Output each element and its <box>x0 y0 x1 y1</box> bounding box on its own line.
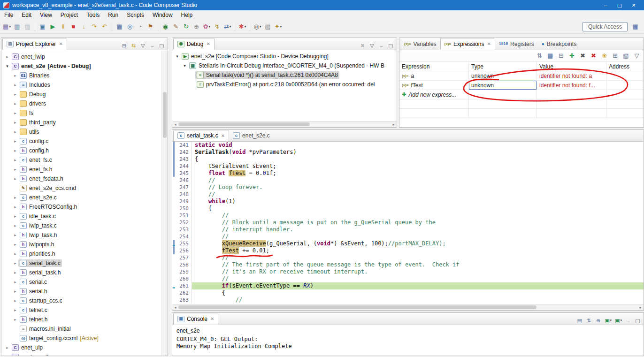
code-text[interactable]: // it's an RX or receive timeout interru… <box>192 268 644 275</box>
expand-arrow-icon[interactable]: ▸ <box>12 120 18 125</box>
add-expression-icon[interactable]: ✚ <box>567 51 577 61</box>
expand-arrow-icon[interactable]: ▸ <box>12 111 18 115</box>
tab-breakpoints[interactable]: ● Breakpoints <box>538 38 580 50</box>
expand-arrow-icon[interactable]: ▾ <box>182 63 188 68</box>
menu-project[interactable]: Project <box>56 11 82 19</box>
line-number[interactable]: 243 <box>177 156 192 163</box>
menu-tools[interactable]: Tools <box>82 11 104 19</box>
editor-gutter-262[interactable] <box>172 289 177 296</box>
expression-value-cell[interactable]: identifier not found: f... <box>537 81 606 90</box>
console-view-icon[interactable]: ▣ <box>38 22 47 32</box>
scrollbar-thumb[interactable] <box>178 122 310 126</box>
expand-arrow-icon[interactable]: ▸ <box>12 317 18 322</box>
editor-gutter-250[interactable] <box>172 205 177 212</box>
line-number[interactable]: 242 <box>177 149 192 156</box>
code-text[interactable]: // <box>192 191 644 198</box>
view-menu-icon[interactable]: ▽ <box>368 41 376 50</box>
expand-arrow-icon[interactable]: ▸ <box>12 214 18 219</box>
code-text[interactable]: { <box>192 205 644 212</box>
collapse-all-icon[interactable]: ⊟ <box>556 51 566 61</box>
line-number[interactable]: 262 <box>177 289 192 296</box>
close-icon[interactable]: ✕ <box>206 41 210 46</box>
tree-item-debug[interactable]: ▸Debug <box>1 90 161 99</box>
step-return-icon[interactable]: ↶ <box>100 22 109 32</box>
expand-arrow-icon[interactable]: ▸ <box>12 270 18 275</box>
tree-item-lwip-task-h[interactable]: ▸hlwip_task.h <box>1 230 161 240</box>
editor-gutter-251[interactable] <box>172 212 177 219</box>
restart-icon[interactable]: ↻ <box>181 22 191 32</box>
view-grid-icon[interactable]: ▦ <box>115 22 124 32</box>
code-text[interactable]: tSerialEvent sEvent; <box>192 163 644 170</box>
line-number[interactable]: 251 <box>177 212 192 219</box>
code-text[interactable]: // <box>192 275 644 282</box>
tree-item-serial-h[interactable]: ▸hserial.h <box>1 287 161 296</box>
step-filters-icon[interactable]: ✿▾ <box>202 22 212 32</box>
expand-arrow-icon[interactable]: ▾ <box>174 54 180 59</box>
tree-item-enet-s2e-ccs-cmd[interactable]: ✎enet_s2e_ccs.cmd <box>1 183 161 193</box>
code-text[interactable]: { <box>192 156 644 163</box>
resume-icon[interactable]: ▶ <box>48 22 58 32</box>
expand-arrow-icon[interactable]: ▸ <box>4 54 10 59</box>
scroll-left-icon[interactable]: ◂ <box>172 305 178 310</box>
code-text[interactable]: // Block until a message is put on the g… <box>192 219 644 226</box>
line-number[interactable]: 249 <box>177 198 192 205</box>
tab-serial-task-c[interactable]: c serial_task.c ✕ <box>173 130 229 141</box>
menu-scripts[interactable]: Scripts <box>123 11 148 19</box>
editor-gutter-245[interactable] <box>172 170 177 177</box>
line-number[interactable]: 245 <box>177 170 192 177</box>
tree-item-telnet-c[interactable]: ▸ctelnet.c <box>1 305 161 315</box>
display-selected-console-icon[interactable]: ▣▾ <box>604 316 613 325</box>
editor-gutter-261[interactable]: ◆◆ <box>172 282 177 289</box>
line-number[interactable]: 246 <box>177 177 192 184</box>
close-window-button[interactable]: ✕ <box>627 0 641 10</box>
line-number[interactable]: 241 <box>177 142 192 149</box>
tree-item-lwipopts-h[interactable]: ▸hlwipopts.h <box>1 240 161 249</box>
code-text[interactable]: static void <box>192 142 644 149</box>
debug-row-serialtask-void[interactable]: ≡SerialTask(void *)() at serial_task.c:2… <box>172 70 397 80</box>
editor-horizontal-scrollbar[interactable]: ◂ ▸ <box>172 304 644 310</box>
editor-gutter-247[interactable] <box>172 184 177 191</box>
debug-horizontal-scrollbar[interactable]: ◂ ▸ <box>172 121 397 127</box>
expand-arrow-icon[interactable]: ▸ <box>12 223 18 228</box>
tree-item-target-config-ccxml[interactable]: ◎target_config.ccxml [Active] <box>1 334 161 343</box>
expand-arrow-icon[interactable]: ▸ <box>12 205 18 209</box>
open-console-icon[interactable]: ▣▾ <box>614 316 623 325</box>
line-number[interactable]: 256 <box>177 247 192 254</box>
expand-arrow-icon[interactable]: ▾ <box>4 64 10 68</box>
tab-registers[interactable]: 1010 Registers <box>495 38 538 50</box>
terminate-icon[interactable]: ■ <box>69 22 78 32</box>
expand-arrow-icon[interactable]: ▸ <box>12 298 18 303</box>
line-number[interactable]: 253 <box>177 226 192 233</box>
expand-arrow-icon[interactable]: ▸ <box>12 280 18 284</box>
tree-item-fs[interactable]: ▸fs <box>1 108 161 118</box>
tree-item-startup-ccs-c[interactable]: ▸cstartup_ccs.c <box>1 296 161 305</box>
menu-edit[interactable]: Edit <box>17 11 36 19</box>
line-number[interactable]: 252 <box>177 219 192 226</box>
line-number[interactable]: 258 <box>177 261 192 268</box>
scrollbar-thumb[interactable] <box>178 305 537 309</box>
expand-arrow-icon[interactable]: ▸ <box>12 308 18 312</box>
tree-item-enet-s2e[interactable]: ▾Cenet_s2e [Active - Debug] <box>1 61 161 71</box>
code-text[interactable]: xQueueReceive(g_QueSerial, (void*) &sEve… <box>192 240 644 247</box>
minimize-icon[interactable]: – <box>377 41 385 50</box>
editor-gutter-256[interactable] <box>172 247 177 254</box>
tab-console[interactable]: ▣ Console ✕ <box>173 313 218 325</box>
line-number[interactable]: 255 <box>177 240 192 247</box>
tree-item-lwip-task-c[interactable]: ▸clwip_task.c <box>1 221 161 230</box>
tree-item-enet-fs-h[interactable]: ▸henet_fs.h <box>1 165 161 174</box>
tree-item-idle-task-c[interactable]: ▸cidle_task.c <box>1 212 161 221</box>
scrollbar-track[interactable] <box>178 304 637 310</box>
load-program-icon[interactable]: ⊕ <box>192 22 201 32</box>
code-text[interactable]: while(1) <box>192 198 644 205</box>
code-text[interactable]: if(sEvent.eEventType == RX) <box>192 282 644 289</box>
code-text[interactable]: // <box>192 254 644 261</box>
line-number[interactable]: 244 <box>177 163 192 170</box>
code-text[interactable]: // <box>192 177 644 184</box>
code-text[interactable]: { <box>192 289 644 296</box>
open-perspective-icon[interactable]: ▦ <box>630 22 640 32</box>
connect-target-icon[interactable]: ◎ <box>125 22 135 32</box>
link-with-editor-icon[interactable]: ⇆ <box>130 41 138 50</box>
close-icon[interactable]: ✕ <box>210 316 214 321</box>
editor-gutter-253[interactable] <box>172 226 177 233</box>
line-number[interactable]: 259 <box>177 268 192 275</box>
